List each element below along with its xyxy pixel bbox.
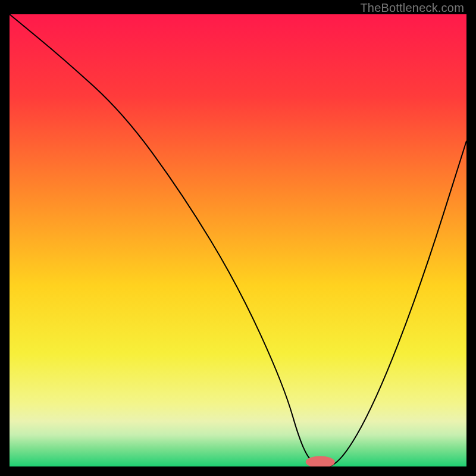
bottleneck-chart: [10, 14, 466, 466]
gradient-background: [10, 14, 466, 466]
outer-frame: TheBottleneck.com: [0, 0, 476, 476]
watermark-text: TheBottleneck.com: [360, 1, 464, 15]
plot-area: [10, 14, 466, 466]
